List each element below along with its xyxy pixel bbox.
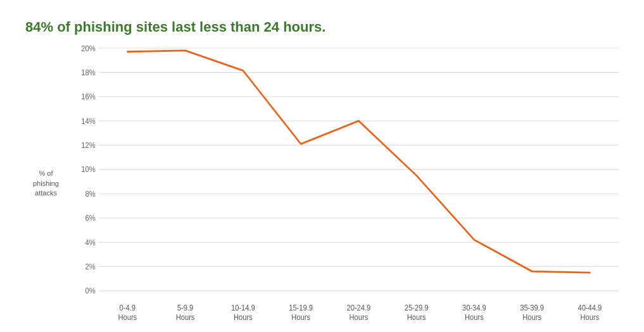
chart-svg: 20% 18% 16% 14% 12% 10% 8% 6% 4% 2% 0% 0… xyxy=(66,48,619,319)
svg-text:5-9.9: 5-9.9 xyxy=(177,304,193,313)
svg-text:Hours: Hours xyxy=(118,313,137,323)
svg-text:12%: 12% xyxy=(81,140,96,150)
y-axis-label: % ofphishingattacks xyxy=(25,48,66,319)
svg-text:Hours: Hours xyxy=(349,313,368,323)
svg-text:16%: 16% xyxy=(81,92,96,102)
chart-area: % ofphishingattacks 20% xyxy=(25,48,619,319)
svg-text:15-19.9: 15-19.9 xyxy=(289,304,313,313)
svg-text:14%: 14% xyxy=(81,116,96,126)
svg-text:6%: 6% xyxy=(85,214,96,223)
svg-text:18%: 18% xyxy=(81,68,96,77)
svg-text:0-4.9: 0-4.9 xyxy=(120,304,136,313)
svg-text:Hours: Hours xyxy=(234,313,253,323)
svg-text:20-24.9: 20-24.9 xyxy=(346,304,370,313)
svg-text:Hours: Hours xyxy=(522,313,541,323)
svg-text:35-39.9: 35-39.9 xyxy=(520,304,544,313)
svg-text:Hours: Hours xyxy=(291,313,310,323)
svg-text:Hours: Hours xyxy=(176,313,195,323)
svg-text:40-44.9: 40-44.9 xyxy=(578,304,602,313)
svg-text:Hours: Hours xyxy=(581,313,600,323)
svg-text:Hours: Hours xyxy=(465,313,484,323)
svg-text:25-29.9: 25-29.9 xyxy=(405,304,429,313)
svg-text:Hours: Hours xyxy=(407,313,426,323)
svg-text:30-34.9: 30-34.9 xyxy=(462,304,486,313)
grid-and-line: 20% 18% 16% 14% 12% 10% 8% 6% 4% 2% 0% 0… xyxy=(66,48,619,319)
svg-text:4%: 4% xyxy=(85,238,96,247)
chart-title: 84% of phishing sites last less than 24 … xyxy=(25,19,619,35)
svg-text:10-14.9: 10-14.9 xyxy=(231,304,255,313)
svg-text:20%: 20% xyxy=(81,44,96,53)
svg-text:0%: 0% xyxy=(85,286,96,296)
chart-body: 20% 18% 16% 14% 12% 10% 8% 6% 4% 2% 0% 0… xyxy=(66,48,619,319)
svg-text:10%: 10% xyxy=(81,165,96,175)
svg-text:2%: 2% xyxy=(85,262,96,271)
svg-text:8%: 8% xyxy=(85,189,96,199)
